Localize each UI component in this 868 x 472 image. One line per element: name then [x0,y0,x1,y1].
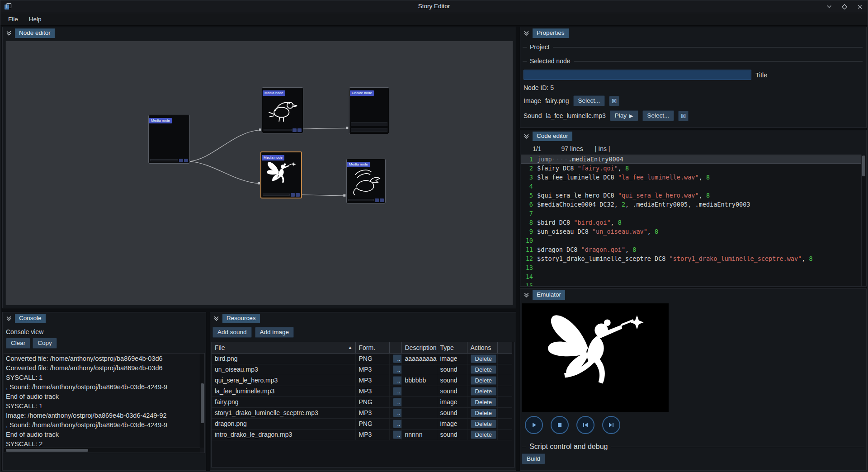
node-choice[interactable]: Choice node [349,87,389,134]
add-sound-button[interactable]: Add sound [212,327,252,338]
node-media-fairy-selected[interactable]: Media node [260,151,302,198]
browse-button[interactable]: .. [393,409,402,417]
sound-select-button[interactable]: Select... [642,110,675,121]
collapse-icon[interactable] [522,291,530,299]
resource-row[interactable]: story1_drako_luminelle_sceptre.mp3MP3..s… [212,407,512,418]
browse-button[interactable]: .. [393,376,402,385]
delete-button[interactable]: Delete [471,354,497,363]
resource-row[interactable]: intro_drako_le_dragon.mp3MP3..nnnnnsound… [212,429,512,440]
resource-row[interactable]: qui_sera_le_hero.mp3MP3..bbbbbbsoundDele… [212,375,512,386]
node-media-bird[interactable]: Media node [262,87,303,133]
code-line[interactable]: 13 [521,263,861,272]
code-line[interactable]: 10 [521,236,861,245]
code-line[interactable]: 4 [521,182,861,191]
resource-row[interactable]: dragon.pngPNG..imageDelete [212,418,512,429]
menu-file[interactable]: File [3,14,23,24]
console-log[interactable]: Converted file: /home/anthony/ostproj/ba… [6,354,198,447]
collapse-icon[interactable] [522,132,530,140]
code-lines[interactable]: 1jump····.mediaEntry00042$fairy DC8 "fai… [521,155,861,286]
browse-button[interactable]: .. [393,354,402,363]
next-media-icon[interactable] [297,128,302,132]
column-header-browse[interactable] [389,342,401,353]
image-clear-button[interactable]: ⊠ [609,96,619,106]
forward-button[interactable] [602,416,620,434]
next-media-icon[interactable] [184,159,188,162]
scrollbar-thumb[interactable] [201,383,204,423]
browse-button[interactable]: .. [393,430,402,439]
browse-button[interactable]: .. [393,387,402,396]
play-button[interactable] [525,416,543,434]
code-line[interactable]: 15 [521,281,861,286]
code-line[interactable]: 3$la_fee_luminelle DC8 "la_fee_luminelle… [521,173,861,182]
code-line[interactable]: 14 [521,272,861,281]
column-header-type[interactable]: Type [437,342,467,353]
code-vertical-scrollbar[interactable] [861,155,866,286]
minimize-button[interactable] [825,3,833,11]
code-line[interactable]: 8$bird DC8 "bird.qoi", 8 [521,218,861,227]
prev-media-icon[interactable] [291,193,295,197]
code-line[interactable]: 1jump····.mediaEntry0004 [521,155,861,164]
node-canvas[interactable]: Media node Media node [5,41,513,305]
line-number: 5 [521,191,537,200]
scrollbar-thumb[interactable] [6,449,88,452]
delete-button[interactable]: Delete [471,376,497,385]
console-vertical-scrollbar[interactable] [200,354,204,448]
resource-row[interactable]: un_oiseau.mp3MP3..soundDelete [212,364,512,375]
rewind-button[interactable] [576,416,594,434]
code-line[interactable]: 11$dragon DC8 "dragon.qoi", 8 [521,245,861,254]
browse-button[interactable]: .. [393,420,402,428]
delete-button[interactable]: Delete [471,430,497,439]
code-line[interactable]: 7 [521,209,861,218]
prev-media-icon[interactable] [179,159,183,162]
resource-row[interactable]: bird.pngPNG..aaaaaaaaaimageDelete [212,353,512,364]
stop-button[interactable] [551,416,569,434]
delete-button[interactable]: Delete [471,387,497,396]
image-select-button[interactable]: Select... [573,95,605,106]
prev-media-icon[interactable] [292,128,297,132]
console-line: Image: /home/anthony/ostproj/ba869e4b-03… [6,411,198,420]
cursor-position: 1/1 [533,145,541,152]
close-button[interactable] [856,3,864,11]
delete-button[interactable]: Delete [471,420,497,428]
code-line[interactable]: 9$un_oiseau DC8 "un_oiseau.wav", 8 [521,227,861,236]
node-media-dragon[interactable]: Media node [346,159,386,203]
sound-play-button[interactable]: Play ▶ [610,110,638,121]
console-line: SYSCALL: 2 [6,439,198,447]
delete-button[interactable]: Delete [471,409,497,417]
collapse-icon[interactable] [5,29,13,37]
prev-media-icon[interactable] [375,198,379,202]
menu-help[interactable]: Help [24,14,47,24]
scrollbar-thumb[interactable] [862,156,865,176]
copy-button[interactable]: Copy [33,338,57,349]
collapse-icon[interactable] [522,29,530,37]
column-header-file[interactable]: File ▲ [212,342,355,353]
browse-button[interactable]: .. [393,398,402,406]
next-media-icon[interactable] [296,193,300,197]
maximize-button[interactable] [840,3,849,11]
column-header-actions[interactable]: Actions [467,342,497,353]
choice-option[interactable] [351,122,387,126]
code-line[interactable]: 5$qui_sera_le_hero DC8 "qui_sera_le_hero… [521,191,861,200]
title-input[interactable] [524,70,751,80]
node-media-start[interactable]: Media node [148,115,190,164]
clear-button[interactable]: Clear [6,338,30,349]
console-horizontal-scrollbar[interactable] [4,448,200,453]
browse-button[interactable]: .. [393,365,402,374]
collapse-icon[interactable] [5,314,13,322]
menubar: File Help [0,13,868,26]
column-header-format[interactable]: Form. [355,342,389,353]
column-header-description[interactable]: Description [401,342,437,353]
delete-button[interactable]: Delete [471,365,497,374]
sound-clear-button[interactable]: ⊠ [678,111,689,121]
resource-row[interactable]: fairy.pngPNG..imageDelete [212,396,512,407]
delete-button[interactable]: Delete [471,398,497,406]
choice-option[interactable] [351,128,387,132]
code-line[interactable]: 12$story1_drako_luminelle_sceptre DC8 "s… [521,254,861,263]
resource-row[interactable]: la_fee_luminelle.mp3MP3..soundDelete [212,386,512,396]
add-image-button[interactable]: Add image [255,327,294,338]
next-media-icon[interactable] [380,198,384,202]
collapse-icon[interactable] [212,314,220,322]
code-line[interactable]: 6$mediaChoice0004 DC32, 2, .mediaEntry00… [521,200,861,209]
build-button[interactable]: Build [522,453,545,464]
code-line[interactable]: 2$fairy DC8 "fairy.qoi", 8 [521,164,861,173]
